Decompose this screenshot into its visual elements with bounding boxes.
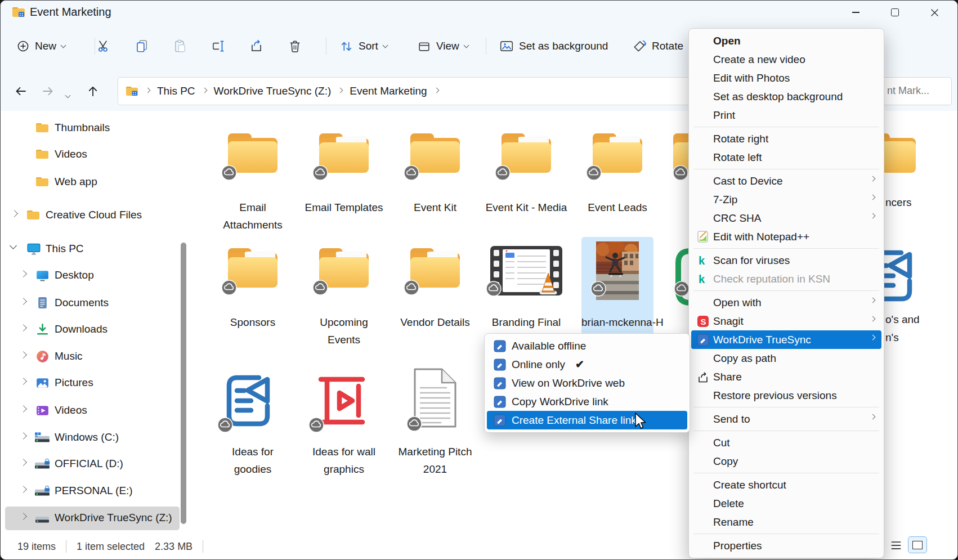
close-button[interactable] [921, 1, 947, 24]
menu-item-restore-previous-versions[interactable]: Restore previous versions [691, 386, 881, 405]
sidebar-item-windows-c[interactable]: Windows (C:) [1, 425, 181, 450]
file-item-partial-label[interactable]: ncers [885, 196, 911, 209]
list-view-toggle[interactable] [889, 539, 903, 552]
minimize-button[interactable] [843, 1, 869, 24]
menu-item-copy-as-path[interactable]: Copy as path [691, 349, 881, 368]
set-as-background-button[interactable]: Set as background [499, 33, 608, 59]
file-item-email-templates[interactable]: Email Templates [299, 130, 389, 174]
menu-item-create-shortcut[interactable]: Create shortcut [691, 476, 881, 494]
chevron-right-icon[interactable] [20, 486, 27, 493]
sidebar-item-videos[interactable]: Videos [1, 398, 181, 423]
maximize-button[interactable] [882, 1, 908, 24]
menu-item-cast-to-device[interactable]: Cast to Device [691, 172, 881, 190]
file-item-partial-label[interactable]: o's and [885, 313, 920, 326]
share-button[interactable] [249, 33, 264, 59]
cut-button[interactable] [96, 33, 111, 59]
menu-item-open[interactable]: Open [691, 32, 881, 50]
menu-item-workdrive-truesync[interactable]: WorkDrive TrueSync [691, 330, 881, 349]
menu-item-edit-with-notepadpp[interactable]: Edit with Notepad++ [691, 227, 881, 246]
file-item-ideas-for-goodies[interactable]: Ideas forgoodies [208, 370, 298, 432]
menu-item-print[interactable]: Print [691, 106, 881, 124]
menu-item-properties[interactable]: Properties [691, 536, 881, 555]
submenu-item-copy-workdrive-link[interactable]: Copy WorkDrive link [487, 392, 687, 411]
file-item-brian-mckenna-selected[interactable]: brian-mckenna-H [581, 237, 653, 336]
menu-item-check-reputation-in-ksn[interactable]: Check reputation in KSN [691, 270, 881, 288]
menu-item-rotate-left[interactable]: Rotate left [691, 148, 881, 167]
menu-item-crc-sha[interactable]: CRC SHA [691, 209, 881, 227]
sidebar-item-documents[interactable]: Documents [1, 291, 181, 316]
rotate-button[interactable]: Rotate [632, 33, 683, 59]
chevron-right-icon[interactable] [20, 270, 27, 277]
delete-button[interactable] [288, 33, 302, 59]
sidebar-item-official-d[interactable]: OFFICIAL (D:) [1, 452, 181, 477]
chevron-right-icon[interactable] [20, 459, 27, 466]
submenu-item-online-only[interactable]: Online only ✔ [487, 355, 687, 374]
file-item-upcoming-events[interactable]: UpcomingEvents [299, 245, 389, 289]
file-item-branding-final[interactable]: Branding Final [481, 246, 571, 295]
sidebar-item-web-app[interactable]: Web app [1, 170, 181, 195]
sidebar-item-music[interactable]: Music [1, 344, 181, 369]
sort-button[interactable]: Sort [339, 33, 387, 59]
file-item-vendor-details[interactable]: Vendor Details [390, 245, 480, 289]
chevron-right-icon[interactable] [433, 87, 439, 93]
file-item-event-leads[interactable]: Event Leads [572, 130, 662, 174]
sidebar-item-desktop[interactable]: Desktop [1, 263, 181, 288]
chevron-right-icon[interactable] [11, 210, 18, 217]
chevron-right-icon[interactable] [145, 87, 151, 93]
large-icons-view-toggle[interactable] [908, 536, 927, 553]
menu-item-share[interactable]: Share [691, 368, 881, 386]
submenu-item-available-offline[interactable]: Available offline [487, 337, 687, 355]
file-item-ideas-for-wall-graphics[interactable]: Ideas for wallgraphics [299, 370, 389, 432]
file-item-partial-label[interactable]: n's [885, 331, 899, 344]
menu-item-open-with[interactable]: Open with [691, 293, 881, 312]
file-item-marketing-pitch-2021[interactable]: Marketing Pitch2021 [390, 368, 480, 428]
file-item-sponsors[interactable]: Sponsors [208, 245, 298, 289]
forward-button[interactable] [41, 84, 55, 100]
menu-item-cut[interactable]: Cut [691, 433, 881, 452]
chevron-right-icon[interactable] [20, 432, 27, 440]
chevron-right-icon[interactable] [20, 324, 27, 331]
breadcrumb-workdrive[interactable]: WorkDrive TrueSync (Z:) [214, 85, 332, 97]
menu-item-rotate-right[interactable]: Rotate right [691, 129, 881, 148]
up-button[interactable] [86, 84, 100, 100]
copy-button[interactable] [135, 33, 149, 59]
sidebar-item-this-pc[interactable]: This PC [1, 237, 181, 262]
rename-button[interactable] [211, 33, 226, 59]
menu-item-edit-with-photos[interactable]: Edit with Photos [691, 69, 881, 87]
chevron-right-icon[interactable] [20, 405, 27, 413]
menu-item-scan-for-viruses[interactable]: Scan for viruses [691, 251, 881, 270]
menu-item-rename[interactable]: Rename [691, 513, 881, 531]
breadcrumb-event-marketing[interactable]: Event Marketing [350, 85, 427, 97]
sidebar-item-creative-cloud-files[interactable]: Creative Cloud Files [1, 203, 181, 228]
recent-locations-button[interactable] [66, 89, 70, 100]
sidebar-scrollbar[interactable] [181, 243, 186, 524]
chevron-down-icon[interactable] [10, 242, 17, 249]
menu-item-7-zip[interactable]: 7-Zip [691, 190, 881, 209]
menu-item-delete[interactable]: Delete [691, 494, 881, 513]
menu-item-create-a-new-video[interactable]: Create a new video [691, 50, 881, 69]
chevron-right-icon[interactable] [20, 378, 27, 385]
sidebar-item-workdrive-truesync-z[interactable]: WorkDrive TrueSync (Z:) [1, 506, 181, 531]
menu-item-copy[interactable]: Copy [691, 452, 881, 471]
chevron-right-icon[interactable] [338, 87, 343, 93]
file-item-event-kit-media[interactable]: Event Kit - Media [481, 130, 571, 174]
submenu-item-view-on-workdrive-web[interactable]: View on WorkDrive web [487, 374, 687, 392]
submenu-item-create-external-share-link[interactable]: Create External Share link [487, 411, 687, 429]
view-button[interactable]: View [417, 33, 468, 59]
chevron-right-icon[interactable] [202, 87, 207, 93]
menu-item-set-as-desktop-background[interactable]: Set as desktop background [691, 87, 881, 106]
file-item-event-kit[interactable]: Event Kit [390, 130, 480, 174]
chevron-right-icon[interactable] [20, 513, 27, 520]
sidebar-item-pictures[interactable]: Pictures [1, 371, 181, 396]
menu-item-snagit[interactable]: Snagit [691, 312, 881, 330]
chevron-right-icon[interactable] [20, 298, 27, 305]
sidebar-item-videos-pinned[interactable]: Videos [1, 142, 181, 167]
chevron-right-icon[interactable] [20, 351, 27, 359]
menu-item-send-to[interactable]: Send to [691, 410, 881, 428]
new-button[interactable]: New [16, 33, 65, 59]
back-button[interactable] [14, 84, 28, 100]
sidebar-item-personal-e[interactable]: PERSONAL (E:) [1, 479, 181, 504]
file-item-email-attachments[interactable]: EmailAttachments [208, 130, 298, 174]
sidebar-item-downloads[interactable]: Downloads [1, 317, 181, 342]
sidebar-item-thumbnails[interactable]: Thumbnails [1, 116, 181, 141]
